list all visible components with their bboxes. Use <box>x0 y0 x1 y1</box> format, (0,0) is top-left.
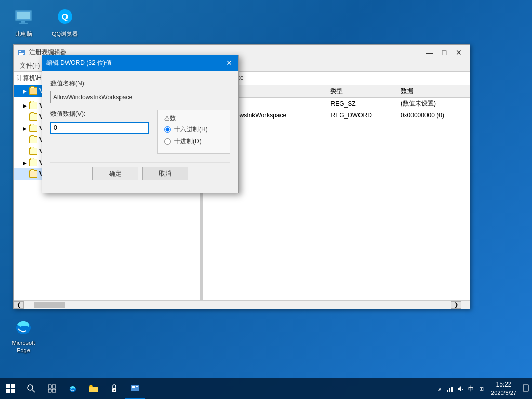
dialog-titlebar: 编辑 DWORD (32 位)值 ✕ <box>42 55 238 71</box>
start-button[interactable] <box>0 378 21 399</box>
svg-point-17 <box>28 385 33 390</box>
minimize-button[interactable]: — <box>423 47 436 58</box>
corner-resize <box>461 301 470 309</box>
data-label: 数值数据(V): <box>50 110 149 118</box>
right-panel: 名称 类型 数据 (默认) REG_SZ (数值未设置) AllowWindow… <box>203 85 470 300</box>
dec-radio[interactable] <box>164 138 171 145</box>
taskbar-explorer-button[interactable] <box>83 378 104 399</box>
qq-icon-label: QQ浏览器 <box>52 30 78 37</box>
folder-icon-4 <box>29 125 37 132</box>
expand-arrow-5 <box>22 137 28 143</box>
horizontal-scrollbar[interactable]: ❮ ❯ <box>14 300 470 309</box>
maximize-button[interactable]: □ <box>437 47 451 58</box>
value-input[interactable] <box>50 122 149 134</box>
scroll-left-btn[interactable]: ❮ <box>14 301 24 309</box>
scroll-right-btn[interactable]: ❯ <box>451 301 461 309</box>
tray-chevron[interactable]: ∧ <box>435 384 444 393</box>
lock-icon <box>110 384 119 393</box>
edge-icon-label: MicrosoftEdge <box>12 339 35 354</box>
expand-arrow-6 <box>22 148 28 154</box>
windows-logo-icon <box>6 384 15 393</box>
taskbar: ∧ × 中 ⊞ 15:22 <box>0 378 532 399</box>
menu-file[interactable]: 文件(F) <box>16 60 44 71</box>
expand-arrow-8 <box>22 171 28 177</box>
scrollbar-thumb[interactable] <box>34 302 65 308</box>
dword-dialog: 编辑 DWORD (32 位)值 ✕ 数值名称(N): 数值数据(V): 基数 … <box>42 55 239 193</box>
value-row: 数值数据(V): 基数 十六进制(H) 十进制(D) <box>50 110 230 154</box>
hex-radio[interactable] <box>164 126 171 133</box>
row2-data: 0x00000000 (0) <box>396 110 470 121</box>
qq-icon-image: Q <box>55 7 75 28</box>
regedit-icon <box>18 48 26 57</box>
svg-rect-14 <box>11 384 15 388</box>
notification-button[interactable] <box>522 378 530 399</box>
folder-icon-taskbar <box>89 384 98 393</box>
svg-rect-22 <box>52 389 56 392</box>
desktop: 此电脑 Q QQ浏览器 MicrosoftEdge <box>0 0 532 399</box>
svg-rect-11 <box>19 53 24 54</box>
desktop-icon-qq[interactable]: Q QQ浏览器 <box>47 5 83 39</box>
folder-icon-6 <box>29 148 37 155</box>
table-row[interactable]: AllowWindowsInkWorkspace REG_DWORD 0x000… <box>203 110 470 121</box>
window-controls: — □ ✕ <box>423 47 466 58</box>
svg-rect-15 <box>6 389 10 393</box>
folder-icon <box>29 87 37 95</box>
search-icon <box>27 384 35 393</box>
edge-icon-image <box>13 316 34 337</box>
taskbar-lock-button[interactable] <box>104 378 125 399</box>
svg-rect-2 <box>21 21 25 23</box>
base-group-container: 基数 十六进制(H) 十进制(D) <box>157 110 230 154</box>
dialog-close-button[interactable]: ✕ <box>224 58 234 68</box>
tray-volume[interactable]: × <box>456 384 465 393</box>
svg-rect-37 <box>523 385 528 391</box>
col-data: 数据 <box>396 85 470 98</box>
search-button[interactable] <box>21 378 42 399</box>
volume-icon: × <box>457 385 464 392</box>
svg-rect-34 <box>449 388 450 392</box>
expand-arrow-2: ▶ <box>22 102 28 109</box>
svg-rect-9 <box>22 51 24 51</box>
desktop-icon-pc[interactable]: 此电脑 <box>5 5 42 39</box>
scrollbar-track <box>24 301 451 309</box>
svg-rect-1 <box>17 12 30 19</box>
svg-rect-21 <box>48 389 51 392</box>
svg-rect-13 <box>6 384 10 388</box>
expand-arrow-3 <box>22 114 28 120</box>
table-row[interactable]: (默认) REG_SZ (数值未设置) <box>203 98 470 110</box>
row1-data: (数值未设置) <box>396 98 470 110</box>
name-label: 数值名称(N): <box>50 79 230 88</box>
task-view-button[interactable] <box>42 378 62 399</box>
svg-line-18 <box>32 390 35 392</box>
clock-area[interactable]: 15:22 2020/8/27 <box>488 380 520 397</box>
base-group-title: 基数 <box>164 114 223 122</box>
folder-icon-7 <box>29 159 37 166</box>
svg-rect-28 <box>132 386 135 388</box>
svg-rect-31 <box>132 389 138 389</box>
close-button[interactable]: ✕ <box>452 47 466 58</box>
svg-rect-33 <box>447 390 448 392</box>
svg-point-26 <box>114 390 115 391</box>
svg-rect-3 <box>19 23 28 24</box>
folder-icon-8 <box>29 170 37 178</box>
taskbar-regedit-button[interactable] <box>125 378 145 399</box>
taskbar-right: ∧ × 中 ⊞ 15:22 <box>435 378 532 399</box>
tray-ime[interactable]: 中 <box>466 384 475 393</box>
hex-radio-item[interactable]: 十六进制(H) <box>164 125 223 134</box>
value-left: 数值数据(V): <box>50 110 149 154</box>
svg-rect-8 <box>19 51 21 52</box>
svg-rect-19 <box>48 385 51 388</box>
tray-ime-mode[interactable]: ⊞ <box>476 384 486 393</box>
ok-button[interactable]: 确定 <box>92 167 138 180</box>
dec-radio-item[interactable]: 十进制(D) <box>164 137 223 146</box>
taskbar-edge-button[interactable] <box>62 378 83 399</box>
svg-text:×: × <box>461 387 464 392</box>
col-type: 类型 <box>326 85 396 98</box>
desktop-icon-edge[interactable]: MicrosoftEdge <box>5 314 42 356</box>
regedit-taskbar-icon <box>130 383 140 393</box>
tray-network[interactable] <box>445 384 455 393</box>
name-input[interactable] <box>50 91 230 103</box>
dialog-title: 编辑 DWORD (32 位)值 <box>46 59 112 68</box>
cancel-button[interactable]: 取消 <box>142 167 188 180</box>
clock-date: 2020/8/27 <box>491 389 516 397</box>
pc-icon-label: 此电脑 <box>15 30 32 37</box>
